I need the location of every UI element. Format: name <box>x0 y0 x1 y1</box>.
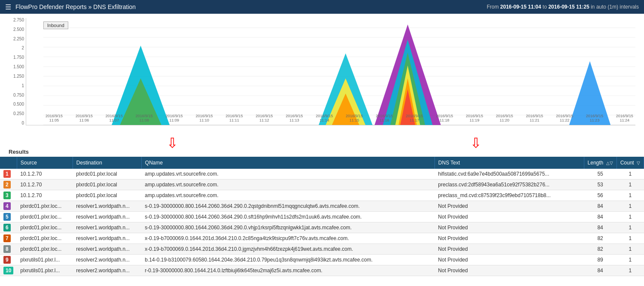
row-count: 1 <box>617 244 644 255</box>
table-row: 1 10.1.2.70 plxrdc01.plxr.local amp.upda… <box>0 169 644 180</box>
row-number-cell: 6 <box>0 222 17 233</box>
col-header-count[interactable]: Count ▽ <box>617 157 644 169</box>
row-source: plxrdc01.plxr.loc... <box>17 222 73 233</box>
row-qname: amp.updates.vrt.sourcefire.com. <box>141 169 434 180</box>
results-table: Source Destination QName DNS Text Length… <box>0 157 644 276</box>
row-number-cell: 7 <box>0 233 17 244</box>
table-row: 9 plxrutils01.plxr.l... resolver2.worldp… <box>0 255 644 265</box>
row-qname: s-0.19-30000000.800.1644.2060.36d4.290.0… <box>141 212 434 222</box>
row-count: 1 <box>617 255 644 265</box>
row-number-cell: 5 <box>0 212 17 222</box>
col-header-source[interactable]: Source <box>17 157 73 169</box>
row-destination: resolver1.worldpath.n... <box>73 201 141 212</box>
row-length: 84 <box>584 212 617 222</box>
chart-svg <box>43 18 635 125</box>
row-length: 84 <box>584 265 617 276</box>
row-source: plxrdc01.plxr.loc... <box>17 212 73 222</box>
row-count: 1 <box>617 265 644 276</box>
header: ☰ FlowPro Defender Reports » DNS Exfiltr… <box>0 0 644 14</box>
row-destination: plxrdc01.plxr.local <box>73 169 141 180</box>
row-dnstext: preclass.cvd:2df58943ea6a51ce92f75382b27… <box>434 180 584 190</box>
row-count: 1 <box>617 190 644 201</box>
table-row: 7 plxrdc01.plxr.loc... resolver1.worldpa… <box>0 233 644 244</box>
col-header-length[interactable]: Length △▽ <box>584 157 617 169</box>
row-qname: s-0.19-30000000.800.1644.2060.36d4.290.0… <box>141 201 434 212</box>
row-destination: resolver1.worldpath.n... <box>73 233 141 244</box>
row-length: 84 <box>584 222 617 233</box>
row-dnstext: hifistatic.cvd:6a9e7e4bd500aa50871699a56… <box>434 169 584 180</box>
row-qname: b.14-0.19-b3100079.60580.1644.204e.36d4.… <box>141 255 434 265</box>
row-dnstext: Not Provided <box>434 233 584 244</box>
row-count: 1 <box>617 212 644 222</box>
x-axis: 2016/9/1511:05 2016/9/1511:06 2016/9/151… <box>43 112 635 125</box>
chart-area: Inbound <box>26 18 635 125</box>
col-header-dnstext[interactable]: DNS Text <box>434 157 584 169</box>
row-destination: resolver1.worldpath.n... <box>73 222 141 233</box>
row-count: 1 <box>617 201 644 212</box>
row-source: plxrutils01.plxr.l... <box>17 265 73 276</box>
row-badge: 3 <box>3 192 11 199</box>
row-dnstext: Not Provided <box>434 222 584 233</box>
row-number-cell: 1 <box>0 169 17 180</box>
row-qname: amp.updates.vrt.sourcefire.com. <box>141 190 434 201</box>
row-count: 1 <box>617 233 644 244</box>
row-count: 1 <box>617 180 644 190</box>
col-header-qname[interactable]: QName <box>141 157 434 169</box>
table-row: 6 plxrdc01.plxr.loc... resolver1.worldpa… <box>0 222 644 233</box>
row-number-cell: 4 <box>0 201 17 212</box>
row-length: 82 <box>584 244 617 255</box>
row-badge: 8 <box>3 245 11 253</box>
row-source: plxrdc01.plxr.loc... <box>17 233 73 244</box>
arrow-container: ⇩ ⇩ <box>17 134 635 155</box>
results-section: Results Source Destination QName DNS Tex… <box>0 147 644 276</box>
row-number-cell: 9 <box>0 255 17 265</box>
chart-wrapper: 2.750 2.500 2.250 2 1.750 1.500 1.250 1 … <box>9 18 635 138</box>
row-dnstext: Not Provided <box>434 212 584 222</box>
row-count: 1 <box>617 222 644 233</box>
row-dnstext: Not Provided <box>434 265 584 276</box>
row-destination: resolver1.worldpath.n... <box>73 244 141 255</box>
row-number-cell: 8 <box>0 244 17 255</box>
row-length: 55 <box>584 169 617 180</box>
row-destination: plxrdc01.plxr.local <box>73 180 141 190</box>
row-badge: 10 <box>3 267 13 274</box>
time-range: From 2016-09-15 11:04 to 2016-09-15 11:2… <box>484 4 639 10</box>
row-dnstext: Not Provided <box>434 244 584 255</box>
row-source: 10.1.2.70 <box>17 190 73 201</box>
row-qname: s-0.19-30000000.800.1644.2060.36d4.290.0… <box>141 222 434 233</box>
row-source: plxrdc01.plxr.loc... <box>17 201 73 212</box>
col-header-destination[interactable]: Destination <box>73 157 141 169</box>
row-source: 10.1.2.70 <box>17 169 73 180</box>
row-qname: x-0.19-b7000069.0.1644.201d.36d4.210.0.2… <box>141 233 434 244</box>
row-qname: x-0.19-b7000069.0.1644.201d.36d4.210.0.j… <box>141 244 434 255</box>
row-dnstext: preclass_md.cvd:c87539f23c9f9ebd7105718b… <box>434 190 584 201</box>
table-row: 10 plxrutils01.plxr.l... resolver2.world… <box>0 265 644 276</box>
row-source: 10.1.2.70 <box>17 180 73 190</box>
table-header: Source Destination QName DNS Text Length… <box>0 157 644 169</box>
col-header-num <box>0 157 17 169</box>
row-badge: 6 <box>3 224 11 231</box>
row-destination: resolver2.worldpath.n... <box>73 265 141 276</box>
arrow-2: ⇩ <box>470 136 482 150</box>
arrow-1: ⇩ <box>167 136 178 150</box>
row-count: 1 <box>617 169 644 180</box>
row-length: 53 <box>584 180 617 190</box>
table-row: 3 10.1.2.70 plxrdc01.plxr.local amp.upda… <box>0 190 644 201</box>
row-destination: resolver1.worldpath.n... <box>73 212 141 222</box>
y-axis: 2.750 2.500 2.250 2 1.750 1.500 1.250 1 … <box>9 18 26 125</box>
row-source: plxrdc01.plxr.loc... <box>17 244 73 255</box>
row-badge: 5 <box>3 213 11 221</box>
chart-container: 2.750 2.500 2.250 2 1.750 1.500 1.250 1 … <box>0 14 644 147</box>
row-badge: 9 <box>3 256 11 264</box>
row-destination: resolver2.worldpath.n... <box>73 255 141 265</box>
row-length: 82 <box>584 233 617 244</box>
row-badge: 4 <box>3 202 11 210</box>
row-length: 84 <box>584 201 617 212</box>
table-row: 2 10.1.2.70 plxrdc01.plxr.local amp.upda… <box>0 180 644 190</box>
row-dnstext: Not Provided <box>434 255 584 265</box>
row-length: 89 <box>584 255 617 265</box>
row-length: 56 <box>584 190 617 201</box>
row-qname: r-0.19-30000000.800.1644.214.0.lzftbiuji… <box>141 265 434 276</box>
row-qname: amp.updates.vrt.sourcefire.com. <box>141 180 434 190</box>
menu-icon[interactable]: ☰ <box>5 3 11 11</box>
